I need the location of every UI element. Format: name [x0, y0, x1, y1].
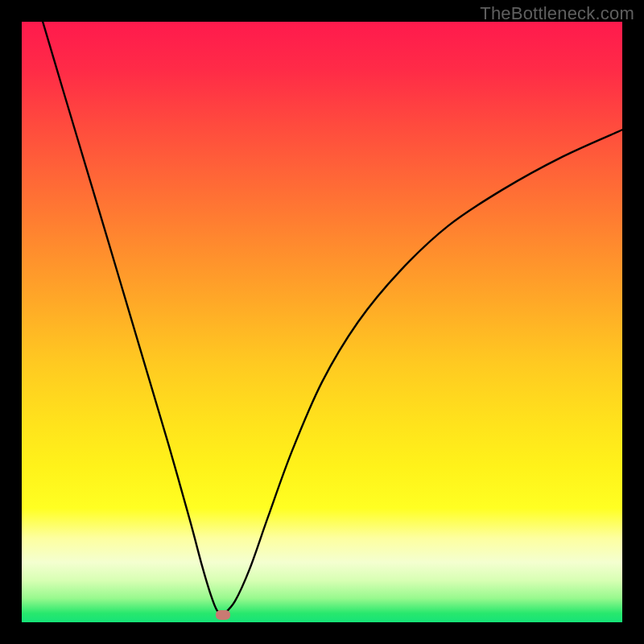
bottleneck-curve — [43, 22, 622, 617]
curve-svg — [22, 22, 622, 622]
minimum-marker — [216, 610, 230, 620]
plot-area — [22, 22, 622, 622]
watermark-text: TheBottleneck.com — [480, 3, 634, 24]
